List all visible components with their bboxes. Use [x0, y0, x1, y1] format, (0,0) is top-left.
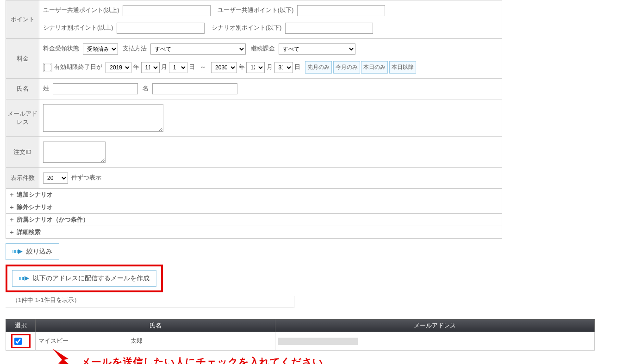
row-label-display: 表示件数 [6, 168, 39, 189]
year-to-select[interactable]: 2030 [211, 62, 237, 73]
subscription-select[interactable]: すべて [279, 43, 355, 55]
redacted-email-bar [278, 338, 358, 345]
expiry-checkbox[interactable] [44, 64, 51, 71]
collapse-advanced-search-label: 詳細検索 [17, 228, 41, 235]
narrow-down-button-label: 絞り込み [26, 247, 52, 256]
result-header-select: 選択 [6, 320, 36, 332]
unit-day-2: 日 [294, 63, 300, 70]
unit-year-2: 年 [239, 63, 245, 70]
display-count-select[interactable]: 20 [43, 173, 68, 184]
collapse-belong-scenario[interactable]: ＋所属シナリオ（かつ条件） [6, 214, 502, 226]
row-firstname: 太郎 [131, 337, 143, 344]
svg-marker-10 [53, 349, 71, 364]
collapse-add-scenario-label: 追加シナリオ [17, 191, 53, 198]
callout: メールを送信したい人にチェックを入れてください。 [52, 355, 598, 364]
email-cell [275, 332, 595, 351]
row-label-fee: 料金 [6, 39, 39, 79]
subscription-label: 継続課金 [251, 45, 275, 52]
result-header-email: メールアドレス [275, 320, 595, 332]
svg-marker-4 [18, 249, 23, 254]
filter-form-table: ポイント ユーザー共通ポイント(以上) ユーザー共通ポイント(以下) シナリオ別… [6, 0, 502, 239]
expiry-label: 有効期限終了日が [54, 63, 102, 70]
lastname-label: 姓 [43, 85, 49, 92]
svg-rect-7 [22, 277, 23, 280]
row-label-email: メールアドレス [6, 99, 39, 137]
user-points-max-input[interactable] [297, 5, 385, 16]
range-sep: ～ [200, 63, 206, 70]
row-cell-display: 20 件ずつ表示 [39, 168, 502, 189]
plus-icon: ＋ [9, 204, 15, 210]
month-to-select[interactable]: 12 [246, 62, 265, 73]
svg-rect-0 [12, 250, 13, 253]
display-count-suffix: 件ずつ表示 [71, 174, 101, 181]
result-count-text: （1件中 1-1件目を表示） [6, 296, 294, 308]
after-today-button[interactable]: 本日以降 [389, 61, 416, 74]
row-cell-email [39, 99, 502, 137]
svg-rect-2 [15, 250, 16, 253]
plus-icon: ＋ [9, 228, 15, 235]
email-textarea[interactable] [43, 104, 163, 132]
order-id-textarea[interactable] [43, 142, 106, 163]
row-cell-name: 姓 名 [39, 79, 502, 99]
today-only-button[interactable]: 本日のみ [361, 61, 388, 74]
user-points-min-label: ユーザー共通ポイント(以上) [43, 6, 119, 13]
row-cell-fee: 料金受領状態 受領済み 支払方法 すべて 継続課金 すべて [39, 39, 502, 79]
day-from-select[interactable]: 1 [169, 62, 187, 73]
scenario-points-max-input[interactable] [285, 23, 373, 34]
svg-rect-3 [17, 250, 18, 253]
row-lastname: マイスピー [38, 337, 69, 345]
month-from-select[interactable]: 11 [141, 62, 160, 73]
pay-method-label: 支払方法 [123, 45, 147, 52]
plus-icon: ＋ [9, 216, 15, 223]
scenario-points-min-label: シナリオ別ポイント(以上) [43, 24, 113, 31]
pay-method-select[interactable]: すべて [150, 43, 246, 55]
scenario-points-max-label: シナリオ別ポイント(以下) [212, 24, 282, 31]
arrow-right-icon [12, 248, 24, 255]
unit-month-1: 月 [161, 63, 167, 70]
plus-icon: ＋ [9, 191, 15, 198]
result-header-name: 氏名 [36, 320, 275, 332]
row-label-points: ポイント [6, 0, 39, 39]
svg-rect-6 [20, 277, 21, 280]
row-cell-order [39, 137, 502, 168]
collapse-belong-scenario-label: 所属シナリオ（かつ条件） [17, 216, 89, 223]
svg-marker-9 [25, 276, 29, 281]
row-checkbox-highlight-box [11, 334, 31, 348]
row-label-name: 氏名 [6, 79, 39, 99]
arrow-right-icon [19, 275, 30, 282]
firstname-label: 名 [143, 85, 149, 92]
year-from-select[interactable]: 2019 [106, 62, 131, 73]
collapse-exclude-scenario[interactable]: ＋除外シナリオ [6, 201, 502, 214]
firstname-input[interactable] [152, 83, 237, 94]
expiry-checkbox-frame [43, 63, 52, 72]
callout-arrow-icon [50, 346, 80, 364]
table-row: マイスピー 太郎 [6, 332, 595, 351]
row-cell-points: ユーザー共通ポイント(以上) ユーザー共通ポイント(以下) シナリオ別ポイント(… [39, 0, 502, 39]
create-mail-button-label: 以下のアドレスに配信するメールを作成 [33, 274, 149, 283]
narrow-down-button[interactable]: 絞り込み [6, 243, 59, 260]
result-table: 選択 氏名 メールアドレス マイスピー 太郎 [6, 319, 595, 351]
row-select-checkbox[interactable] [14, 338, 22, 345]
row-label-order: 注文ID [6, 137, 39, 168]
collapse-exclude-scenario-label: 除外シナリオ [17, 204, 53, 210]
collapse-advanced-search[interactable]: ＋詳細検索 [6, 226, 502, 239]
user-points-max-label: ユーザー共通ポイント(以下) [218, 6, 294, 13]
svg-rect-1 [14, 250, 15, 253]
receipt-status-label: 料金受領状態 [43, 45, 79, 52]
last-month-only-button[interactable]: 先月のみ [305, 61, 332, 74]
create-mail-highlight-box: 以下のアドレスに配信するメールを作成 [6, 265, 163, 292]
unit-day-1: 日 [189, 63, 195, 70]
callout-text: メールを送信したい人にチェックを入れてください。 [81, 355, 598, 364]
lastname-input[interactable] [53, 83, 138, 94]
svg-rect-8 [23, 277, 24, 280]
receipt-status-select[interactable]: 受領済み [83, 43, 118, 55]
unit-month-2: 月 [267, 63, 273, 70]
scenario-points-min-input[interactable] [117, 23, 205, 34]
day-to-select[interactable]: 31 [274, 62, 293, 73]
create-mail-button[interactable]: 以下のアドレスに配信するメールを作成 [12, 270, 156, 287]
this-month-only-button[interactable]: 今月のみ [333, 61, 360, 74]
user-points-min-input[interactable] [123, 5, 211, 16]
svg-rect-5 [19, 277, 20, 280]
unit-year-1: 年 [133, 63, 139, 70]
collapse-add-scenario[interactable]: ＋追加シナリオ [6, 189, 502, 201]
